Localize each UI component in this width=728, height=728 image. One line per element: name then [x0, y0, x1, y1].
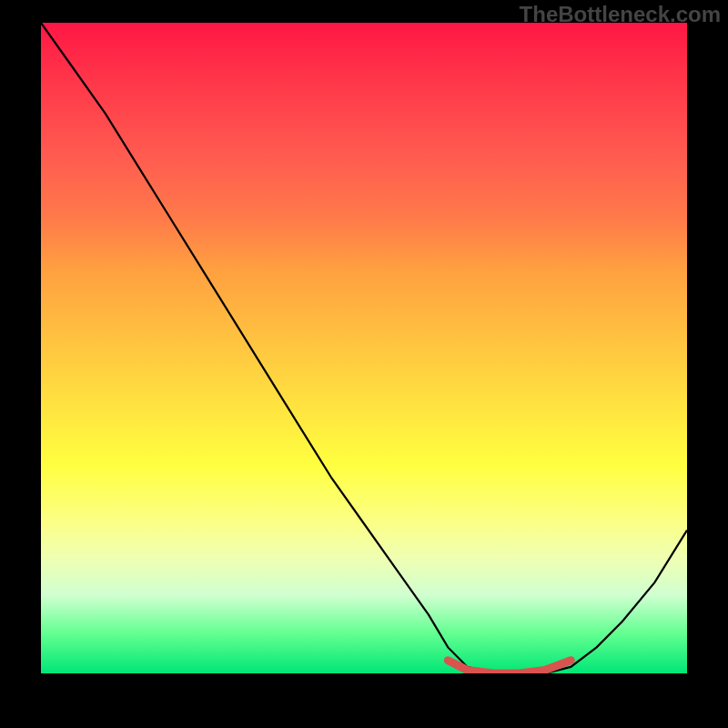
chart-plot-area — [41, 23, 687, 673]
highlight-segment-line — [448, 661, 571, 673]
chart-svg — [41, 23, 687, 673]
bottleneck-curve-line — [41, 23, 687, 673]
watermark-text: TheBottleneck.com — [520, 2, 721, 27]
